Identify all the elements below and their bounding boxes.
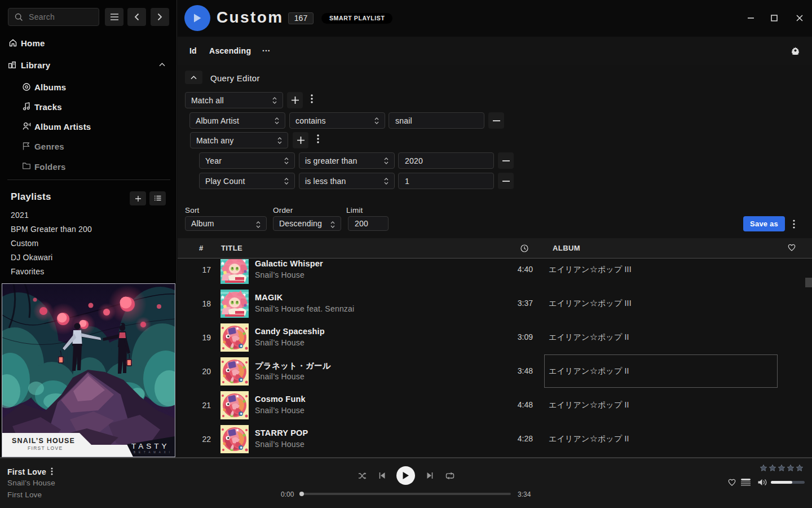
- svg-text:B E T A M A X I: B E T A M A X I: [134, 451, 171, 454]
- svg-text:SNAIL’S HOUSE: SNAIL’S HOUSE: [12, 437, 75, 445]
- svg-text:FIRST LOVE: FIRST LOVE: [28, 445, 63, 451]
- svg-text:TASTY: TASTY: [131, 442, 170, 450]
